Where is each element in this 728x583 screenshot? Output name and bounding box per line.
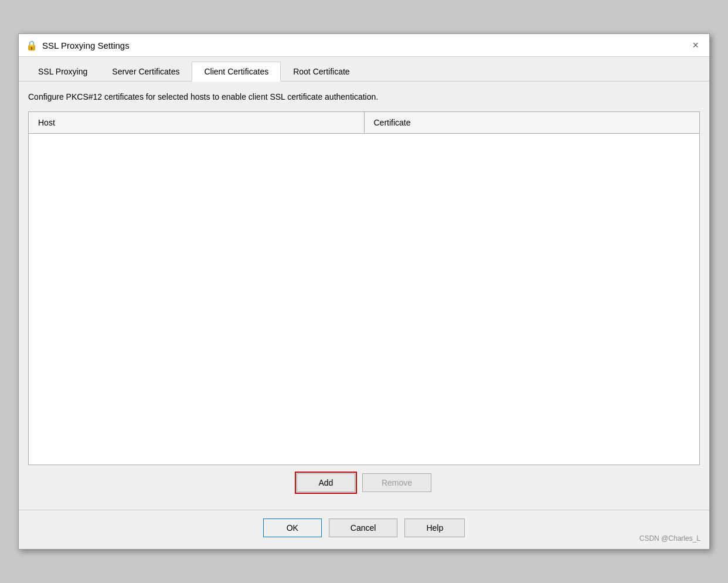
- add-button[interactable]: Add: [297, 473, 355, 492]
- ssl-proxying-dialog: 🔒 SSL Proxying Settings × SSL Proxying S…: [18, 33, 710, 550]
- table-header: Host Certificate: [29, 112, 699, 134]
- tabs-bar: SSL Proxying Server Certificates Client …: [19, 57, 709, 82]
- description-text: Configure PKCS#12 certificates for selec…: [28, 91, 700, 103]
- action-row: Add Remove: [28, 465, 700, 500]
- ok-button[interactable]: OK: [263, 518, 322, 537]
- title-bar-left: 🔒 SSL Proxying Settings: [26, 39, 130, 51]
- column-header-certificate: Certificate: [365, 112, 700, 133]
- table-body: [29, 134, 699, 465]
- content-area: Configure PKCS#12 certificates for selec…: [19, 82, 709, 510]
- tab-server-certificates[interactable]: Server Certificates: [100, 62, 192, 82]
- tab-root-certificate[interactable]: Root Certificate: [281, 62, 362, 82]
- title-bar: 🔒 SSL Proxying Settings ×: [19, 34, 709, 57]
- certificates-table: Host Certificate: [28, 111, 700, 465]
- footer-row: OK Cancel Help: [19, 510, 709, 549]
- close-button[interactable]: ×: [689, 39, 702, 52]
- cancel-button[interactable]: Cancel: [329, 518, 398, 537]
- help-button[interactable]: Help: [404, 518, 465, 537]
- tab-client-certificates[interactable]: Client Certificates: [192, 62, 281, 82]
- dialog-title: SSL Proxying Settings: [42, 40, 130, 50]
- dialog-icon: 🔒: [26, 39, 38, 51]
- column-header-host: Host: [29, 112, 365, 133]
- watermark: CSDN @Charles_L: [639, 534, 700, 543]
- remove-button[interactable]: Remove: [362, 473, 431, 492]
- tab-ssl-proxying[interactable]: SSL Proxying: [26, 62, 100, 82]
